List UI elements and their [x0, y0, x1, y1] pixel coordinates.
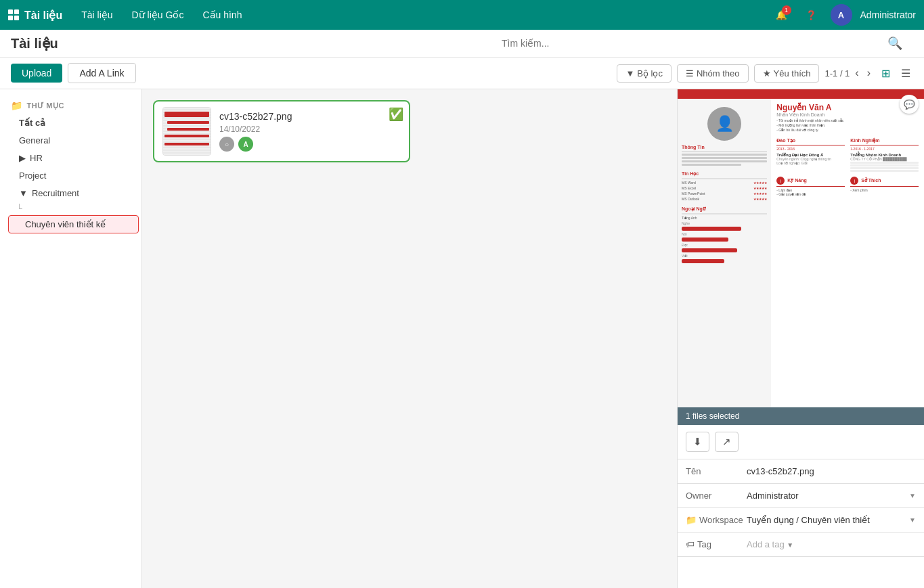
cv-lang-bar-2: [682, 238, 728, 242]
cv-avatar: 👤: [707, 107, 741, 141]
badge-user: A: [238, 137, 253, 152]
sidebar-item-general[interactable]: General: [3, 132, 139, 149]
search-input[interactable]: [496, 35, 887, 51]
cv-divider-2: [682, 178, 767, 179]
preview-info: 1 files selected ⬇ ↗ Tên Owner Administr…: [678, 407, 924, 588]
cv-col-right: Kinh Nghiệm 1-2016 - 1-2017 Trưởng Nhóm …: [850, 135, 919, 173]
cv-ky-nang-header: i Kỹ Năng: [776, 177, 845, 185]
workspace-select-value: Tuyển dụng / Chuyên viên thiết: [747, 515, 870, 525]
group-button[interactable]: ☰ Nhóm theo: [677, 64, 749, 83]
cv-skill-word: MS Word★★★★★: [682, 181, 767, 185]
cv-tin-hoc: Tin Học: [682, 171, 767, 177]
sidebar: 📁 THƯ MỤC Tất cả General ▶ HR Project ▼ …: [0, 89, 142, 588]
grid-view-button[interactable]: ⊞: [879, 64, 893, 83]
badge-clock: ○: [219, 137, 234, 152]
cv-divider-3: [682, 213, 767, 214]
cv-work-line2: [850, 164, 919, 166]
cv-so-thich-icon: i: [850, 177, 858, 185]
cv-preview: 👤 Thông Tin Tin Học MS Word★★★★★: [678, 89, 924, 407]
app-title: Tài liệu: [24, 9, 62, 22]
info-row-owner: Owner Administrator ▼: [678, 484, 924, 508]
preview-image-area: 👤 Thông Tin Tin Học MS Word★★★★★: [678, 89, 924, 407]
share-button[interactable]: ↗: [715, 432, 739, 452]
cv-dao-tao-title: Đào Tạo: [776, 138, 845, 143]
sidebar-item-chuyen-vien[interactable]: Chuyên viên thiết kế: [8, 215, 139, 233]
cv-lang-doc: Đọc: [682, 243, 767, 247]
file-card[interactable]: cv13-c52b27.png 14/10/2022 ○ A ✅: [153, 100, 410, 162]
cv-thong-tin: Thông Tin: [682, 145, 767, 150]
info-row-name: Tên: [678, 459, 924, 484]
menu-du-lieu-goc[interactable]: Dữ liệu Gốc: [124, 7, 192, 23]
upload-button[interactable]: Upload: [11, 64, 62, 83]
search-button[interactable]: 🔍: [887, 36, 902, 51]
file-info: cv13-c52b27.png 14/10/2022 ○ A: [219, 111, 401, 152]
cv-work-line3: [850, 167, 919, 169]
tag-icon: 🏷: [686, 539, 695, 549]
workspace-select[interactable]: Tuyển dụng / Chuyên viên thiết ▼: [747, 515, 916, 525]
user-avatar[interactable]: A: [831, 4, 852, 26]
cv-lang-bar-3: [682, 248, 737, 252]
cv-desc-3: - Gắn bó lâu dài với công ty.: [776, 128, 919, 133]
menu-tai-lieu[interactable]: Tài liệu: [73, 7, 120, 23]
cv-ky-nang-icon: i: [776, 177, 785, 185]
add-link-button[interactable]: Add A Link: [68, 63, 135, 83]
owner-select-value: Administrator: [747, 491, 799, 501]
cv-lang-nghe: Nghe: [682, 221, 767, 225]
sidebar-section-title: 📁 THƯ MỤC: [0, 95, 141, 114]
comment-icon: 💬: [904, 99, 915, 110]
tag-value[interactable]: Add a tag ▼: [747, 539, 916, 549]
filter-icon: ▼: [625, 68, 634, 78]
owner-select[interactable]: Administrator ▼: [747, 491, 916, 501]
file-date: 14/10/2022: [219, 125, 401, 134]
name-input[interactable]: [747, 466, 916, 476]
comment-button[interactable]: 💬: [900, 95, 919, 114]
preview-panel: 👤 Thông Tin Tin Học MS Word★★★★★: [677, 89, 924, 588]
prev-page-button[interactable]: ‹: [852, 66, 861, 81]
notification-button[interactable]: 🔔 1: [771, 4, 793, 26]
filter-button[interactable]: ▼ Bộ lọc: [617, 64, 672, 83]
sidebar-item-all[interactable]: Tất cả: [3, 114, 139, 131]
name-value: [747, 466, 916, 476]
thumb-bar-2: [167, 121, 209, 124]
sidebar-sub-line: └: [5, 202, 141, 214]
help-button[interactable]: ❓: [801, 4, 822, 26]
group-icon: ☰: [686, 68, 694, 78]
question-icon: ❓: [806, 10, 817, 20]
owner-value: Administrator ▼: [747, 491, 916, 501]
sidebar-item-recruitment[interactable]: ▼ Recruitment: [3, 185, 139, 202]
cv-edu-school: Trường Đại Học Đông Á: [776, 152, 845, 157]
grid-icon: [8, 9, 19, 20]
sidebar-sub: └ Chuyên viên thiết kế: [0, 202, 141, 233]
cv-work-company: Trưởng Nhóm Kinh Doanh: [850, 152, 919, 157]
sidebar-item-hr[interactable]: ▶ HR: [3, 150, 139, 166]
next-page-button[interactable]: ›: [864, 66, 873, 81]
tag-label: 🏷 Tag: [686, 539, 747, 549]
info-row-tag: 🏷 Tag Add a tag ▼: [678, 533, 924, 557]
cv-so-thich-1: - Xem phim: [850, 188, 919, 192]
favorites-button[interactable]: ★ Yêu thích: [754, 64, 820, 83]
cv-info-line-4: [682, 164, 741, 166]
cv-work-line4: [850, 170, 919, 172]
name-label: Tên: [686, 466, 747, 476]
cv-skill-excel: MS Excel★★★★★: [682, 186, 767, 190]
owner-dropdown-icon: ▼: [909, 492, 916, 499]
app-logo[interactable]: Tài liệu: [8, 9, 62, 22]
owner-label: Owner: [686, 491, 747, 501]
cv-kinh-nghiem-title: Kinh Nghiệm: [850, 138, 919, 143]
workspace-label: 📁 Workspace: [686, 515, 747, 525]
thumb-bar-1: [164, 112, 209, 117]
cv-lang-label: Tiếng Anh: [682, 216, 767, 220]
search-bar: 🔍: [496, 35, 902, 51]
list-view-button[interactable]: ☰: [898, 64, 913, 83]
cv-st-divider: [850, 186, 919, 187]
download-button[interactable]: ⬇: [686, 432, 709, 452]
sub-header: Tài liệu 🔍: [0, 30, 924, 58]
pagination: 1-1 / 1 ‹ ›: [824, 66, 873, 81]
menu-cau-hinh[interactable]: Cấu hình: [194, 7, 250, 23]
content-area: cv13-c52b27.png 14/10/2022 ○ A ✅: [142, 89, 677, 588]
cv-name: Nguyễn Văn A: [776, 103, 919, 112]
cv-desc-2: - Môi trường làm việc thân thiện.: [776, 123, 919, 128]
thumbnail-image: [163, 108, 211, 155]
cv-subtitle: Nhân Viên Kinh Doanh: [776, 112, 919, 117]
sidebar-item-project[interactable]: Project: [3, 167, 139, 184]
